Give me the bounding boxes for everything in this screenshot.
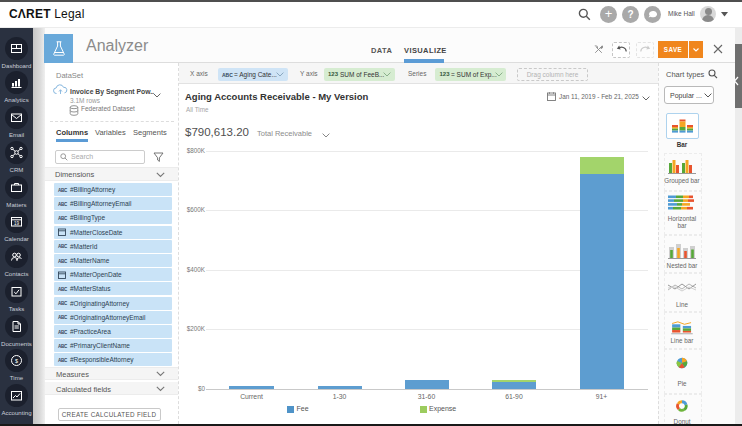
svg-text:$: $ (15, 358, 18, 364)
svg-text:19: 19 (14, 221, 20, 226)
